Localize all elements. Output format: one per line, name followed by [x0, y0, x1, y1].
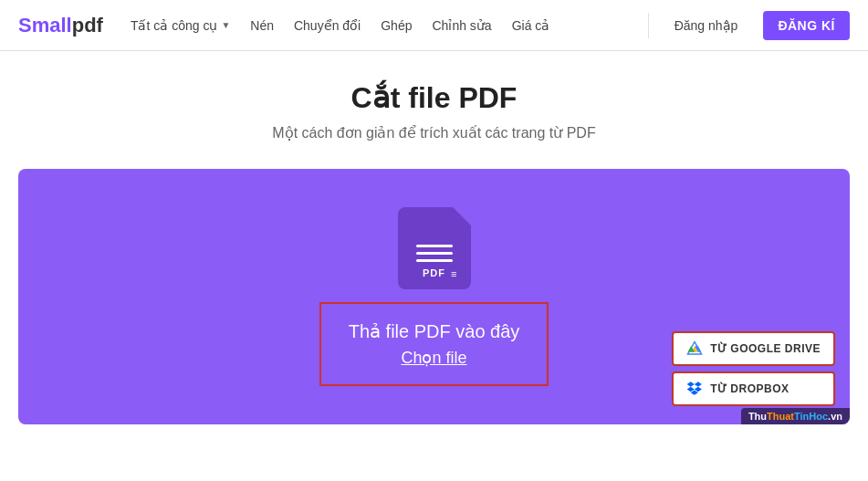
pdf-icon: PDF ≡ — [398, 207, 471, 289]
watermark: ThuThuatTinHoc.vn — [741, 408, 850, 424]
chevron-down-icon: ▼ — [221, 20, 230, 30]
choose-file-link[interactable]: Chọn file — [401, 348, 466, 368]
google-drive-label: TỪ GOOGLE DRIVE — [710, 342, 821, 355]
watermark-prefix: Thu — [748, 411, 767, 422]
brand-logo[interactable]: Smallpdf — [18, 14, 103, 37]
register-button[interactable]: ĐĂNG KÍ — [763, 11, 850, 40]
nav-right: Đăng nhập ĐĂNG KÍ — [648, 11, 850, 40]
cloud-buttons: TỪ GOOGLE DRIVE TỪ DROPBOX — [672, 331, 835, 406]
nav-all-tools[interactable]: Tất cả công cụ ▼ — [131, 18, 230, 33]
hero-section: Cắt file PDF Một cách đơn giản để trích … — [0, 51, 868, 160]
page-subtitle: Một cách đơn giản để trích xuất các tran… — [18, 124, 850, 141]
watermark-orange: Thuat — [767, 411, 794, 422]
drop-instruction-text: Thả file PDF vào đây — [349, 320, 520, 342]
pdf-icon-symbol: ≡ — [451, 266, 465, 280]
navbar: Smallpdf Tất cả công cụ ▼ Nén Chuyển đổi… — [0, 0, 868, 51]
pdf-line-3 — [416, 259, 453, 262]
google-drive-icon — [686, 340, 703, 357]
nav-pricing[interactable]: Giá cả — [512, 18, 550, 33]
page-title: Cắt file PDF — [18, 80, 850, 115]
drop-target-box[interactable]: Thả file PDF vào đây Chọn file — [319, 302, 549, 386]
watermark-blue: TinHoc — [794, 411, 828, 422]
dropbox-label: TỪ DROPBOX — [710, 382, 789, 395]
login-button[interactable]: Đăng nhập — [664, 13, 749, 38]
pdf-icon-lines — [416, 245, 453, 262]
dropbox-icon — [686, 381, 703, 397]
google-drive-button[interactable]: TỪ GOOGLE DRIVE — [672, 331, 835, 366]
watermark-suffix: .vn — [828, 411, 842, 422]
nav-convert[interactable]: Chuyển đổi — [294, 18, 361, 33]
dropzone-inner: PDF ≡ Thả file PDF vào đây Chọn file — [319, 207, 549, 386]
nav-links: Tất cả công cụ ▼ Nén Chuyển đổi Ghép Chỉ… — [131, 18, 648, 33]
nav-divider — [648, 13, 649, 38]
dropzone[interactable]: PDF ≡ Thả file PDF vào đây Chọn file TỪ … — [18, 169, 850, 424]
svg-text:≡: ≡ — [451, 268, 456, 279]
nav-compress[interactable]: Nén — [250, 18, 274, 33]
nav-edit[interactable]: Chỉnh sửa — [432, 18, 491, 33]
pdf-icon-label: PDF — [423, 267, 445, 278]
nav-merge[interactable]: Ghép — [381, 18, 412, 33]
dropbox-button[interactable]: TỪ DROPBOX — [672, 371, 835, 406]
pdf-line-2 — [416, 252, 453, 255]
pdf-line-1 — [416, 245, 453, 247]
